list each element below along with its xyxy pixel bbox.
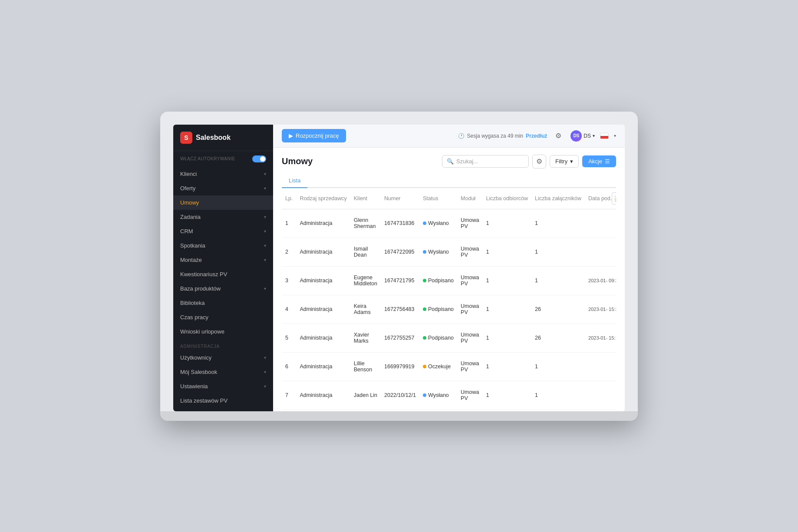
chart-view-button[interactable]: 📊 — [612, 192, 616, 205]
cell-client: Ismail Dean — [350, 238, 381, 266]
cell-number: 1674721795 — [381, 266, 419, 295]
sidebar-item-montaze[interactable]: Montaże ▾ — [173, 253, 273, 267]
settings-icon-btn[interactable]: ⚙ — [551, 129, 565, 143]
sidebar-item-moj-salesbook[interactable]: Mój Salesbook ▾ — [173, 365, 273, 379]
cell-attachments: 26 — [531, 295, 585, 324]
cell-module: Umowa PV — [457, 324, 482, 352]
topbar-avatar: DS — [570, 130, 582, 142]
table-header-row: Lp. Rodzaj sprzedawcy Klient Numer Statu… — [282, 188, 616, 209]
col-seller: Rodzaj sprzedawcy — [296, 188, 350, 209]
search-box[interactable]: 🔍 Szukaj... — [442, 155, 529, 168]
status-label: Wysłano — [428, 392, 449, 398]
cell-module: Umowa PV — [457, 352, 482, 381]
table-view-toggle: 📊 ☰ — [612, 192, 616, 205]
cell-lp: 2 — [282, 238, 296, 266]
cell-lp: 1 — [282, 209, 296, 238]
cell-module: Umowa PV — [457, 238, 482, 266]
filter-button[interactable]: Filtry ▾ — [550, 155, 579, 168]
cell-date — [585, 381, 616, 410]
chevron-down-icon: ▾ — [264, 355, 266, 360]
status-label: Wysłano — [428, 220, 449, 226]
autohide-toggle[interactable] — [252, 155, 266, 162]
col-lp: Lp. — [282, 188, 296, 209]
sidebar-item-klienci[interactable]: Klienci ▾ — [173, 167, 273, 181]
sidebar-item-lista-zestawow[interactable]: Lista zestawów PV — [173, 393, 273, 408]
sidebar-item-baza-produktow[interactable]: Baza produktów ▾ — [173, 281, 273, 296]
table-row: 5 Administracja Xavier Marks 1672755257 … — [282, 324, 616, 352]
sidebar-item-crm[interactable]: CRM ▾ — [173, 224, 273, 238]
sidebar-item-marketplace[interactable]: Marketplace — [173, 408, 273, 411]
autohide-label: WŁĄCZ AUTOKRYWANIE — [180, 156, 235, 161]
sidebar-item-uzytkownicy[interactable]: Użytkownicy ▾ — [173, 350, 273, 365]
cell-client: Lillie Benson — [350, 352, 381, 381]
sidebar-item-wnioski[interactable]: Wnioski urlopowe — [173, 324, 273, 339]
cell-number: 1672755257 — [381, 324, 419, 352]
cell-attachments: 26 — [531, 324, 585, 352]
tab-lista[interactable]: Lista — [282, 174, 307, 188]
status-label: Wysłano — [428, 249, 449, 255]
cell-attachments: 1 — [531, 352, 585, 381]
cell-date — [585, 238, 616, 266]
cell-status: Oczekuje — [419, 352, 457, 381]
cell-module: Umowa PV — [457, 381, 482, 410]
cell-lp: 8 — [282, 410, 296, 411]
page-tabs: Lista — [282, 174, 616, 188]
contracts-table: Lp. Rodzaj sprzedawcy Klient Numer Statu… — [282, 188, 616, 411]
chevron-down-icon: ▾ — [264, 258, 266, 262]
col-date: Data pod. 📊 ☰ — [585, 188, 616, 209]
table-row: 8 Administracja Mateo Newton 2022/10/11/… — [282, 410, 616, 411]
sidebar-item-zadania[interactable]: Zadania ▾ — [173, 210, 273, 224]
page-title: Umowy — [282, 156, 313, 166]
col-number: Numer — [381, 188, 419, 209]
status-dot — [423, 221, 426, 225]
cell-client: Eugene Middleton — [350, 266, 381, 295]
sidebar-item-oferty[interactable]: Oferty ▾ — [173, 181, 273, 195]
status-label: Podpisano — [428, 306, 454, 312]
cell-module: Umowa PV — [457, 410, 482, 411]
flag-icon[interactable] — [600, 133, 609, 139]
table-row: 3 Administracja Eugene Middleton 1674721… — [282, 266, 616, 295]
sidebar-item-kwestionariusz[interactable]: Kwestionariusz PV — [173, 267, 273, 281]
cell-recipients: 1 — [482, 352, 531, 381]
sidebar-item-spotkania[interactable]: Spotkania ▾ — [173, 238, 273, 253]
sidebar-logo: S Salesbook — [173, 125, 273, 151]
cell-recipients: 1 — [482, 209, 531, 238]
status-label: Podpisano — [428, 278, 454, 284]
table-row: 4 Administracja Keira Adams 1672756483 P… — [282, 295, 616, 324]
sidebar-item-biblioteka[interactable]: Biblioteka — [173, 296, 273, 310]
col-module: Moduł — [457, 188, 482, 209]
user-badge[interactable]: DS DS ▾ — [570, 130, 595, 142]
cell-number: 1674731836 — [381, 209, 419, 238]
admin-section-label: ADMINISTRACJA — [173, 339, 273, 350]
header-actions: 🔍 Szukaj... ⚙ Filtry ▾ Akcje ☰ — [442, 155, 616, 169]
sidebar-item-ustawienia[interactable]: Ustawienia ▾ — [173, 379, 273, 393]
table-row: 6 Administracja Lillie Benson 1669979919… — [282, 352, 616, 381]
actions-button[interactable]: Akcje ☰ — [582, 155, 616, 167]
table-settings-button[interactable]: ⚙ — [532, 155, 546, 169]
sidebar-item-umowy[interactable]: Umowy — [173, 195, 273, 210]
cell-lp: 5 — [282, 324, 296, 352]
chevron-down-icon: ▾ — [570, 158, 573, 165]
start-work-button[interactable]: ▶ Rozpocznij pracę — [282, 129, 346, 142]
col-status: Status — [419, 188, 457, 209]
laptop-frame: S Salesbook WŁĄCZ AUTOKRYWANIE Klienci ▾… — [160, 112, 638, 421]
sidebar-item-czas-pracy[interactable]: Czas pracy — [173, 310, 273, 324]
autohide-row: WŁĄCZ AUTOKRYWANIE — [173, 151, 273, 167]
status-label: Oczekuje — [428, 363, 451, 370]
cell-recipients: 1 — [482, 238, 531, 266]
cell-attachments: 1 — [531, 381, 585, 410]
search-icon: 🔍 — [447, 158, 454, 165]
extend-link[interactable]: Przedłuż — [526, 133, 547, 139]
sidebar: S Salesbook WŁĄCZ AUTOKRYWANIE Klienci ▾… — [173, 125, 273, 411]
cell-number: 1674722095 — [381, 238, 419, 266]
cell-module: Umowa PV — [457, 295, 482, 324]
status-dot — [423, 365, 426, 368]
cell-client: Glenn Sherman — [350, 209, 381, 238]
logo-text: Salesbook — [196, 134, 231, 142]
session-label: Sesja wygasa za 49 min — [467, 133, 523, 139]
col-attachments: Liczba załączników — [531, 188, 585, 209]
cell-status: Wysłano — [419, 381, 457, 410]
cell-client: Keira Adams — [350, 295, 381, 324]
table-row: 1 Administracja Glenn Sherman 1674731836… — [282, 209, 616, 238]
cell-attachments: 1 — [531, 209, 585, 238]
